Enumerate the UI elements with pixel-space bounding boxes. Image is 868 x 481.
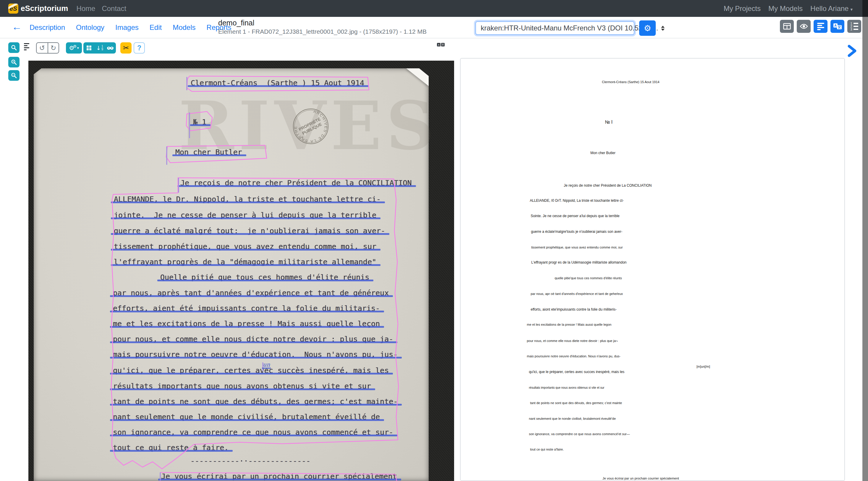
- document-text-line[interactable]: ALLEMANDE, le Dr. Nippold, la triste et …: [114, 195, 381, 204]
- document-text-line[interactable]: guerre a éclaté malgré tout: je n'oublie…: [114, 227, 385, 236]
- transcription-line[interactable]: par nous, apr oè tant d'anneès d'expérie…: [531, 292, 623, 296]
- tab-images[interactable]: Images: [115, 23, 138, 32]
- transcription-line[interactable]: Clermont-Créans (Sarthe) 15 Aout 1914: [602, 80, 659, 84]
- zoom-out-button[interactable]: −: [8, 70, 20, 81]
- document-text-line[interactable]: l'effrayant progrès de la "démagogie mil…: [114, 258, 376, 267]
- zoom-in-button[interactable]: +: [8, 57, 20, 67]
- document-text-line[interactable]: mais poursuivre notre oeuvre d'éducation…: [113, 350, 398, 359]
- mask-icon: [107, 46, 114, 50]
- tab-edit[interactable]: Edit: [150, 23, 162, 32]
- next-page-chevron[interactable]: [846, 44, 859, 58]
- archive-stamp: ARCHIVES DE LA SARTHE ✳ PROPRIÉTÉ PUBLIQ…: [288, 104, 333, 149]
- nav-my-projects[interactable]: My Projects: [724, 4, 761, 13]
- document-canvas[interactable]: RIVES ARCHIVES DE LA SARTHE ✳ PROPRIÉTÉ …: [28, 61, 454, 481]
- document-text-line[interactable]: efforts, aient été impuissants contre la…: [113, 304, 380, 313]
- transcription-panel-icon[interactable]: A: [437, 43, 445, 47]
- redo-button[interactable]: ↻: [48, 43, 59, 53]
- document-text-line[interactable]: Quelle pitié que tous ces hommes d'élite…: [160, 273, 369, 282]
- interlinear-annotation[interactable]: un: [262, 361, 271, 369]
- tab-description[interactable]: Description: [30, 23, 65, 32]
- transcription-line[interactable]: tout ce qui reste a'faire.: [530, 448, 564, 451]
- document-text-line[interactable]: tant de points ne sont que des débuts, d…: [113, 397, 398, 406]
- sort-digits-icon: 19: [101, 45, 103, 51]
- document-text-line[interactable]: tissement prophétique, que vous avez ent…: [114, 242, 376, 251]
- tab-ontology[interactable]: Ontology: [76, 23, 104, 32]
- user-menu[interactable]: Hello Ariane▾: [810, 4, 852, 13]
- transcription-line[interactable]: Sointe. Je ne cesse de penser a'lui depu…: [531, 214, 619, 218]
- transcription-line[interactable]: Je vous écrirai par un prochain courrier…: [602, 477, 679, 480]
- document-text-line[interactable]: par nous, après tant d'années d'expérien…: [113, 289, 389, 298]
- segmentation-tools-group: ↓ 19: [83, 42, 116, 54]
- transcription-line[interactable]: Je reçois de notre cher Président de La …: [564, 183, 652, 187]
- document-text-line[interactable]: résultats importants que nous avons obte…: [113, 382, 371, 391]
- gear-small-icon: ⚙: [73, 44, 76, 49]
- transcription-line[interactable]: [m]un[/m]: [696, 365, 710, 368]
- document-text-line[interactable]: Clermont-Créans (Sarthe ) 15 Aout 1914: [191, 79, 364, 88]
- transcription-line[interactable]: efforts, aiont ete'impuissants contre la…: [531, 307, 617, 311]
- cut-tool-button[interactable]: ✂: [120, 42, 131, 54]
- back-arrow-icon[interactable]: ←: [12, 21, 22, 33]
- stamp-star: ✳: [301, 136, 304, 139]
- segmentation-settings-button[interactable]: ⚙ ⚙ ▾: [66, 42, 82, 54]
- document-tabs: Description Ontology Images Edit Models …: [30, 23, 231, 32]
- region-mode-button[interactable]: [84, 42, 94, 54]
- line-order-button[interactable]: ↓ 19: [94, 42, 105, 54]
- document-text-line[interactable]: -----------··--------------: [190, 457, 310, 465]
- transcription-line[interactable]: Mon cher Butler: [590, 151, 616, 155]
- transcription-line[interactable]: qu'ici, que le préparer, certes avec suc…: [529, 370, 624, 374]
- magnifier-icon: [11, 45, 17, 51]
- document-text-line[interactable]: tout ce qui reste à faire.: [113, 444, 228, 452]
- transcription-line[interactable]: mais poursuivre notre oeuvre d'éducation…: [527, 354, 621, 358]
- document-text-line[interactable]: son ignorance, va comprendre ce que nous…: [113, 428, 393, 437]
- transcription-line[interactable]: quelle pitie'que tous ces nommes d'élite…: [555, 276, 622, 280]
- document-text-line[interactable]: nant seulement que le monde civilisé, br…: [113, 413, 380, 422]
- document-text-line[interactable]: qu'ici, que le préparer, certes avec suc…: [113, 366, 389, 375]
- redo-icon: ↻: [51, 44, 56, 52]
- zoom-reset-button[interactable]: [8, 42, 20, 53]
- tab-models[interactable]: Models: [173, 23, 195, 32]
- model-settings-button[interactable]: ⚙: [639, 21, 656, 36]
- document-header: ← Description Ontology Images Edit Model…: [0, 17, 868, 38]
- page-scrollbar[interactable]: [862, 0, 868, 481]
- brand-name[interactable]: eScriptorium: [21, 4, 68, 13]
- document-text-line[interactable]: № 1: [193, 118, 206, 127]
- transcription-line[interactable]: son ignorance, va comprendre ce que nous…: [529, 432, 630, 436]
- transcription-line[interactable]: L'effrayant progr es de la Udémasogie mi…: [531, 260, 626, 265]
- page-corner-notch: [34, 68, 41, 74]
- gear-icon: ⚙: [644, 23, 651, 33]
- mask-toggle-button[interactable]: [105, 42, 116, 54]
- escriptorium-logo-icon[interactable]: eS: [8, 4, 18, 13]
- source-image-panel-toggle[interactable]: [797, 20, 811, 33]
- transcription-panel[interactable]: Clermont-Créans (Sarthe) 15 Aout 1914№ I…: [460, 58, 845, 481]
- document-text-line[interactable]: Je reçois de notre cher Président de la …: [180, 179, 412, 187]
- nav-my-models[interactable]: My Models: [768, 4, 803, 13]
- help-button[interactable]: ?: [134, 42, 145, 54]
- transcription-line[interactable]: nant seulement que le nonde civilisé, br…: [529, 417, 616, 420]
- text-lines-icon: [817, 22, 824, 31]
- scissors-icon: ✂: [123, 44, 129, 52]
- line-order-menu-icon[interactable]: [24, 43, 30, 52]
- document-text-line[interactable]: jointe. Je ne cesse de penser à lui depu…: [114, 211, 376, 220]
- line-order-panel-toggle[interactable]: 1 2 3: [847, 20, 861, 33]
- nav-contact[interactable]: Contact: [102, 4, 126, 13]
- zoom-out-icon: −: [11, 72, 17, 79]
- transcription-line[interactable]: tant de points ne sont que des dévuts, d…: [530, 401, 622, 405]
- metadata-panel-toggle[interactable]: [780, 20, 794, 33]
- document-text-line[interactable]: Mon cher Butler: [175, 148, 242, 157]
- segmentation-panel-toggle[interactable]: [814, 20, 828, 33]
- document-text-line[interactable]: me et les excitations de la presse ! Mai…: [113, 320, 380, 328]
- transcription-line[interactable]: résultats importants que nous avons obte…: [529, 386, 604, 389]
- sort-arrow-icon: ↓: [96, 45, 101, 51]
- transcription-line[interactable]: guerre a éclate'malgre'touts je n'oublie…: [531, 230, 622, 234]
- undo-button[interactable]: ↺: [37, 43, 48, 53]
- document-text-line[interactable]: Je vous écrirai par un prochain courrier…: [161, 472, 397, 481]
- transcription-line[interactable]: pour nous, et comme elle nous diete notr…: [527, 339, 618, 342]
- transcription-line[interactable]: tissement prophétique, que vous avez ent…: [531, 245, 623, 249]
- transcription-line[interactable]: ALLEIANDE, I0 DrT. Nippold, La triste et…: [530, 199, 623, 203]
- model-select[interactable]: kraken:HTR-United-Manu McFrench V3 (DOI …: [475, 21, 634, 35]
- transcription-line[interactable]: № I: [605, 120, 613, 125]
- transcription-panel-toggle[interactable]: A: [831, 20, 844, 33]
- document-text-line[interactable]: pour nous, et comme elle nous dicte notr…: [113, 335, 393, 344]
- nav-home[interactable]: Home: [76, 4, 95, 13]
- transcription-line[interactable]: me et les excitations de la presse ! Mai…: [527, 323, 611, 326]
